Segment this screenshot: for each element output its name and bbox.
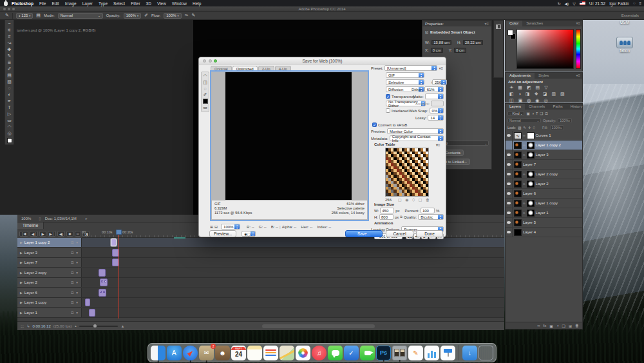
brush-tool-icon[interactable]: ✎	[5, 13, 9, 18]
brush-preset-picker[interactable]: ●125▾	[16, 13, 33, 19]
tool-icon-3[interactable]: ✳	[8, 27, 12, 33]
pressure-opacity-icon[interactable]: ✐	[144, 13, 148, 18]
browser-dither-icon[interactable]: ⊞	[210, 224, 213, 229]
lossy-value[interactable]: 14▴▾	[428, 115, 444, 121]
menu-item-file[interactable]: File	[39, 1, 46, 6]
dock-contacts-icon[interactable]: ☻	[215, 346, 230, 360]
eyedropper-icon[interactable]: ✐	[204, 92, 207, 97]
timeline-clip[interactable]	[111, 239, 117, 246]
tab-paths[interactable]: Paths	[549, 104, 566, 110]
tool-icon-9[interactable]: ✐	[8, 66, 12, 72]
track-label[interactable]: ▶Layer 1 copy⊡ ▾	[17, 298, 82, 307]
eye-cell[interactable]	[506, 199, 513, 208]
eye-cell[interactable]	[506, 218, 513, 227]
eye-cell[interactable]	[506, 170, 513, 179]
filter-type-icon[interactable]: T	[536, 112, 538, 115]
tool-icon-18[interactable]: ◠	[7, 124, 11, 130]
filter-shape-icon[interactable]: ❏	[540, 112, 543, 115]
adjustment-icon-2-3[interactable]: ◉	[535, 98, 539, 103]
eye-icon[interactable]	[507, 202, 511, 204]
lock-all-icon[interactable]: ⬯	[533, 126, 535, 130]
slice-select-icon[interactable]: ◫	[203, 80, 207, 85]
timeline-track[interactable]: ▶Layer 2 copy⊡ ▾	[17, 268, 504, 278]
eye-icon[interactable]	[507, 221, 511, 224]
tool-icon-12[interactable]: ◌	[8, 85, 10, 91]
dock-image-viewer-icon[interactable]	[392, 346, 407, 360]
layer-row[interactable]: Layer 4	[506, 228, 582, 237]
layer-thumbnail[interactable]: ∿	[514, 132, 522, 139]
preview-in-browser-button[interactable]: Preview...	[209, 230, 236, 237]
menu-item-type[interactable]: Type	[99, 1, 108, 6]
dock-safari-icon[interactable]	[183, 346, 198, 360]
first-frame-button[interactable]: ⏐◀	[19, 231, 28, 237]
opacity-select[interactable]: 100%▾	[124, 13, 141, 19]
tool-icon-11[interactable]: ▧	[7, 79, 12, 84]
timeline-settings-button[interactable]: ✱	[66, 231, 73, 237]
colors-value[interactable]: 256▴▾	[432, 79, 447, 85]
input-language-flag-icon[interactable]	[580, 1, 585, 5]
eye-icon[interactable]	[507, 192, 511, 195]
zoom-in-icon[interactable]: ▲	[120, 324, 124, 328]
layer-style-icon[interactable]: fx	[544, 324, 547, 328]
tool-icon-2[interactable]: ~	[8, 21, 10, 26]
zoom-readout[interactable]: 100%	[21, 217, 31, 221]
tool-icon-19[interactable]: ◎	[7, 130, 11, 136]
flowchart-icon[interactable]: ↳	[26, 324, 30, 328]
collapsed-panel-dock[interactable]	[493, 20, 504, 78]
eye-cell[interactable]	[506, 189, 513, 198]
eye-cell[interactable]	[506, 150, 513, 159]
gamut-icon[interactable]: ⊟	[214, 224, 218, 229]
width-value[interactable]: 450	[380, 208, 394, 213]
add-mask-icon[interactable]: ▣	[549, 324, 553, 328]
doc-size-readout[interactable]: Doc: 1,03M/14,1M	[45, 217, 77, 221]
dither-value[interactable]: 61%▴▾	[424, 86, 444, 92]
track-options-icons[interactable]: ⊡ ▾	[71, 240, 79, 244]
dock-app-store-icon[interactable]: A	[167, 346, 182, 360]
adjustment-icon-1-0[interactable]: ◧	[509, 92, 514, 97]
dock-itunes-icon[interactable]: ♫	[312, 346, 327, 360]
quality-select[interactable]: Bicubic▴▾	[418, 214, 444, 220]
y-value[interactable]: 0 cm	[454, 48, 466, 53]
sync-icon[interactable]: ↻	[558, 1, 561, 6]
track-lane[interactable]	[82, 288, 504, 297]
menu-user[interactable]: Igor Fatkin	[609, 1, 629, 6]
panel-menu-icon[interactable]: ▾≡	[572, 73, 582, 79]
dock-mail-icon[interactable]: ✉2	[199, 346, 214, 360]
browser-select[interactable]: ◉◯▴▾	[242, 231, 256, 237]
lock-pixels-icon[interactable]: ✎	[523, 126, 526, 130]
preset-select[interactable]: [Unnamed]▴▾	[384, 65, 437, 71]
track-label[interactable]: ▶Layer 2⊡ ▾	[17, 278, 82, 287]
done-button[interactable]: Done	[416, 230, 443, 237]
timeline-clip[interactable]	[99, 289, 106, 297]
height-value[interactable]: 28,22 cm	[463, 40, 483, 45]
playhead-marker[interactable]	[116, 230, 122, 235]
menu-item-3d[interactable]: 3D	[146, 1, 151, 6]
width-value[interactable]: 15,88 cm	[431, 40, 451, 45]
eye-cell[interactable]	[506, 160, 513, 169]
layer-mask-thumbnail[interactable]	[527, 152, 535, 159]
layer-thumbnail[interactable]	[514, 190, 522, 197]
tab-history[interactable]: History	[567, 104, 587, 110]
track-label[interactable]: ▶Layer 6⊡ ▾	[17, 288, 82, 297]
color-table-menu-icon[interactable]: ▾≡	[436, 142, 440, 147]
menu-clock[interactable]: Чт 21:52	[589, 1, 605, 6]
dock-numbers-icon[interactable]	[424, 346, 439, 360]
dock-tasks-icon[interactable]: ✓	[344, 346, 359, 360]
layer-thumbnail[interactable]	[514, 181, 522, 188]
tool-icon-17[interactable]: ▭	[7, 117, 12, 123]
menu-item-help[interactable]: Help	[193, 1, 201, 6]
track-lane[interactable]	[82, 308, 504, 317]
height-value[interactable]: 800	[379, 214, 393, 220]
flow-select[interactable]: 100%▾	[164, 13, 181, 19]
layer-row[interactable]: Layer 7	[506, 160, 582, 170]
track-label[interactable]: ▶Layer 7⊡ ▾	[17, 258, 82, 267]
dock-pages-icon[interactable]: ✎	[408, 346, 423, 360]
track-lane[interactable]	[82, 258, 504, 267]
matte-select[interactable]: ▴▾	[425, 93, 444, 99]
track-label[interactable]: ▶Layer 1 copy 2⊡ ▾	[17, 238, 82, 247]
adjustment-icon-2-2[interactable]: ◍	[527, 98, 531, 103]
adjustment-icon-0-2[interactable]: ◩	[527, 85, 531, 90]
track-label[interactable]: ▶Layer 3⊡ ▾	[17, 248, 82, 257]
track-lane[interactable]	[82, 238, 504, 247]
color-table-grid[interactable]	[385, 148, 429, 197]
